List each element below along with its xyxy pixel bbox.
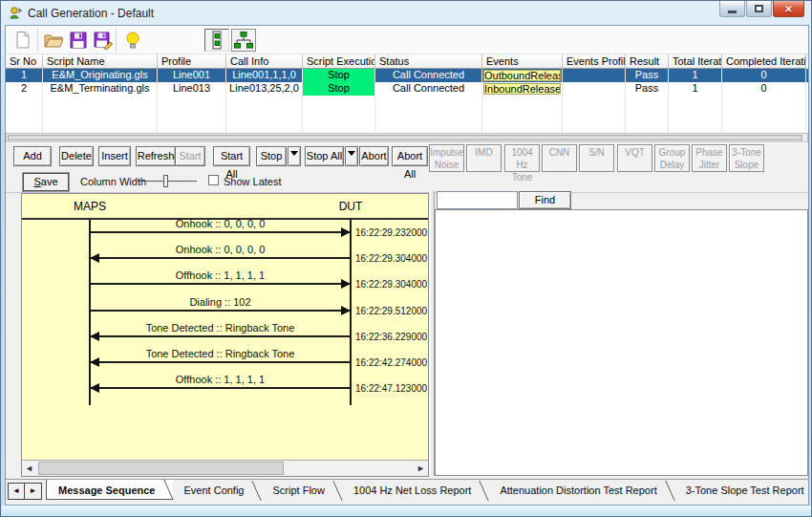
network-topology-icon[interactable] [231, 29, 256, 52]
cell-result: Pass [626, 69, 669, 82]
tab-3-tone-slope-test-report[interactable]: 3-Tone Slope Test Report [674, 481, 812, 501]
stop-dropdown-button[interactable] [288, 146, 301, 166]
tab-attenuation-distortion-test-report[interactable]: Attenuation Distortion Test Report [488, 481, 673, 501]
abort-button[interactable]: Abort [359, 146, 389, 166]
message-arrow-left [91, 387, 350, 389]
stop-button[interactable]: Stop [256, 146, 287, 166]
column-header-events_profile[interactable]: Events Profile [563, 54, 626, 69]
column-header-status[interactable]: Status [375, 54, 482, 69]
cell-exec: Stop [303, 69, 375, 82]
empty-cell [375, 122, 482, 133]
message-label: Tone Detected :: Ringback Tone [90, 348, 351, 359]
window-content: Sr NoScript NameProfileCall InfoScript E… [5, 25, 809, 506]
tab-scroll-right-icon[interactable]: ► [25, 484, 41, 499]
column-width-slider-thumb[interactable] [163, 175, 168, 187]
scroll-left-icon[interactable]: ◄ [22, 462, 36, 475]
arrowhead-icon [341, 306, 351, 315]
empty-cell [43, 96, 158, 109]
tab-scroll-left-icon[interactable]: ◄ [9, 484, 25, 499]
column-width-slider[interactable] [138, 173, 197, 190]
bulb-icon[interactable] [120, 29, 145, 52]
group-delay-button[interactable]: Group Delay [654, 144, 690, 172]
call-status-icon[interactable] [204, 29, 229, 52]
save-button[interactable]: Save [23, 173, 69, 191]
empty-cell [6, 122, 43, 133]
start-button[interactable]: Start [175, 146, 205, 166]
new-icon[interactable] [11, 29, 35, 52]
empty-cell [722, 109, 806, 122]
tab-event-config[interactable]: Event Config [173, 481, 262, 501]
cell-sr: 2 [6, 82, 43, 96]
column-header-result[interactable]: Result [626, 54, 669, 69]
column-header-sr[interactable]: Sr No [6, 54, 43, 69]
3-tone-slope-button[interactable]: 3-Tone Slope [729, 144, 764, 172]
toolbar-separator [116, 29, 117, 52]
events-chip[interactable]: InboundReleaseCall [483, 83, 561, 95]
add-button[interactable]: Add [13, 146, 52, 166]
open-icon[interactable] [41, 29, 66, 52]
cell-script: E&M_Originating.gls [43, 69, 158, 82]
cell-events_profile [563, 82, 626, 96]
toolbar [6, 26, 808, 54]
column-header-script[interactable]: Script Name [43, 54, 158, 69]
message-label: Offhook :: 1, 1, 1, 1 [90, 374, 351, 385]
tab-1004-hz-net-loss-report[interactable]: 1004 Hz Net Loss Report [342, 481, 489, 501]
insert-button[interactable]: Insert [98, 146, 131, 166]
stop-all-dropdown-button[interactable] [345, 146, 358, 166]
maximize-button[interactable] [746, 1, 772, 17]
sequence-horizontal-scrollbar[interactable]: ◄ ► [22, 460, 428, 476]
scrollbar-thumb[interactable] [38, 462, 284, 475]
refresh-button[interactable]: Refresh [136, 146, 176, 166]
empty-cell [722, 96, 806, 109]
find-input[interactable] [437, 191, 518, 209]
stop-all-button[interactable]: Stop All [305, 146, 344, 166]
table-empty-row [6, 122, 808, 133]
save-as-icon[interactable] [91, 29, 116, 52]
close-button[interactable]: ✕ [773, 1, 804, 17]
abort-all-button[interactable]: Abort All [392, 146, 428, 166]
table-row[interactable]: 1E&M_Originating.glsLine001Line001,1,1,0… [6, 69, 808, 82]
empty-cell [6, 96, 43, 109]
scroll-right-icon[interactable]: ► [414, 462, 428, 475]
message-timestamp: 16:22:29.304000 [355, 279, 428, 290]
column-header-profile[interactable]: Profile [158, 54, 226, 69]
vqt-button[interactable]: VQT [617, 144, 652, 172]
column-header-total[interactable]: Total Iteratio... [669, 54, 722, 69]
s-n-button[interactable]: S/N [579, 144, 614, 172]
column-header-exec[interactable]: Script Execution [303, 54, 375, 69]
empty-cell [6, 109, 43, 122]
empty-cell [669, 96, 722, 109]
cell-script: E&M_Terminating.gls [43, 82, 158, 96]
impulse-noise-button[interactable]: Impulse Noise [429, 144, 464, 172]
1004-hz-tone-button[interactable]: 1004 Hz Tone [504, 144, 540, 172]
delete-button[interactable]: Delete [59, 146, 94, 166]
find-button[interactable]: Find [519, 191, 571, 209]
message-timestamp: 16:22:47.123000 [355, 383, 428, 394]
start-all-button[interactable]: Start All [213, 146, 250, 166]
app-window: Call Generation - Default ✕ [0, 0, 812, 517]
empty-cell [375, 109, 482, 122]
minimize-button[interactable] [719, 1, 745, 17]
toolbar-separator [37, 29, 38, 52]
table-row[interactable]: 2E&M_Terminating.glsLine013Line013,25,2,… [6, 82, 808, 96]
show-latest-checkbox[interactable] [208, 175, 219, 185]
cnn-button[interactable]: CNN [542, 144, 577, 172]
table-empty-row [6, 96, 808, 109]
results-panel [435, 209, 808, 476]
scrollbar-thumb[interactable] [8, 135, 802, 140]
column-header-call_info[interactable]: Call Info [226, 54, 303, 69]
message-timestamp: 16:22:29.232000 [355, 227, 428, 238]
phase-jitter-button[interactable]: Phase Jitter [692, 144, 727, 172]
empty-cell [158, 109, 226, 122]
empty-cell [226, 109, 303, 122]
events-chip[interactable]: OutboundRelease... [483, 70, 561, 81]
table-horizontal-scrollbar[interactable] [6, 133, 808, 142]
arrowhead-icon [90, 332, 99, 341]
arrowhead-icon [341, 279, 351, 289]
tab-script-flow[interactable]: Script Flow [261, 481, 341, 501]
column-header-completed[interactable]: Completed Iterations [722, 54, 806, 69]
column-header-events[interactable]: Events [482, 54, 563, 69]
tab-message-sequence[interactable]: Message Sequence [46, 480, 173, 500]
save-icon[interactable] [66, 29, 91, 52]
imd-button[interactable]: IMD [466, 144, 502, 172]
